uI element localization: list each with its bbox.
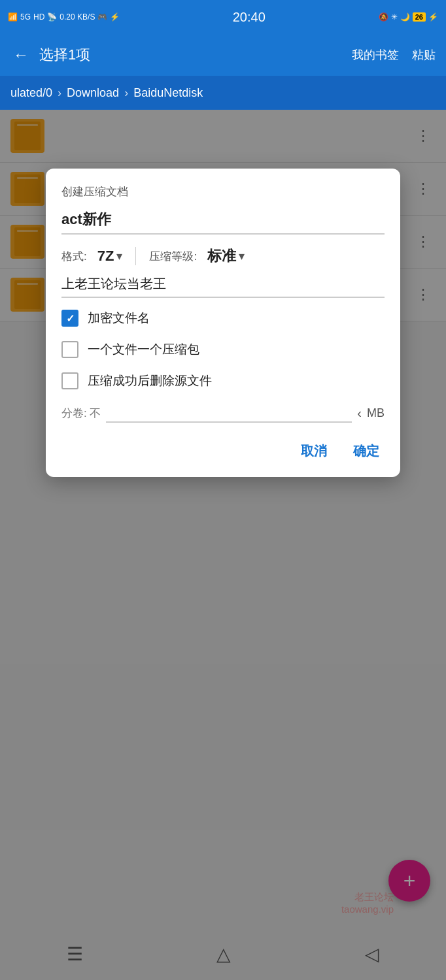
confirm-button[interactable]: 确定 [348,438,385,464]
split-decrease-icon[interactable]: ‹ [357,406,362,421]
charging-icon: ⚡ [428,12,438,22]
top-bar-actions: 我的书签 粘贴 [352,47,436,63]
cancel-button[interactable]: 取消 [296,438,332,464]
status-bar: 📶 5G HD 📡 0.20 KB/S 🎮 ⚡ 20:40 🔕 ✳ 🌙 26 ⚡ [0,0,446,34]
encrypt-filename-label: 加密文件名 [88,310,150,327]
back-button[interactable]: ← [10,43,31,67]
one-file-per-archive-row[interactable]: 一个文件一个压缩包 [61,341,385,358]
breadcrumb-part3[interactable]: BaiduNetdisk [133,86,203,100]
split-unit: MB [367,406,385,420]
dialog-title: 创建压缩文档 [61,184,385,199]
top-bar: ← 选择1项 我的书签 粘贴 [0,34,446,76]
password-input[interactable] [61,276,385,298]
split-volume-input[interactable] [106,404,352,423]
level-value: 标准 [207,246,236,266]
bluetooth-icon: ✳ [391,12,398,22]
delete-source-row[interactable]: 压缩成功后删除源文件 [61,372,385,389]
format-select[interactable]: 7Z ▾ [97,248,123,265]
encrypt-filename-row[interactable]: 加密文件名 [61,310,385,327]
format-row: 格式: 7Z ▾ 压缩等级: 标准 ▾ [61,246,385,266]
delete-source-checkbox[interactable] [61,372,78,389]
level-arrow-icon: ▾ [239,249,245,263]
archive-filename-input[interactable] [61,211,385,235]
bookmark-button[interactable]: 我的书签 [352,47,399,63]
breadcrumb: ulated/0 › Download › BaiduNetdisk [0,76,446,110]
status-time: 20:40 [233,10,266,25]
data-speed: 0.20 KB/S [60,12,95,22]
one-file-per-archive-label: 一个文件一个压缩包 [88,341,199,358]
breadcrumb-part2[interactable]: Download [67,86,119,100]
paste-button[interactable]: 粘贴 [412,47,436,63]
encrypt-filename-checkbox[interactable] [61,310,78,327]
split-volume-row: 分卷: 不 ‹ MB [61,404,385,423]
breadcrumb-part1[interactable]: ulated/0 [10,86,52,100]
status-right: 🔕 ✳ 🌙 26 ⚡ [379,12,438,22]
create-archive-dialog: 创建压缩文档 格式: 7Z ▾ 压缩等级: 标准 ▾ 加密文件名 一个文件一个压… [46,169,400,477]
hd-badge: HD [33,12,44,22]
signal-icon: 📶 [8,12,18,22]
format-value: 7Z [97,248,114,265]
format-arrow-icon: ▾ [116,249,122,263]
breadcrumb-chevron2: › [124,86,128,100]
page-title: 选择1项 [39,45,344,65]
wifi-icon: 📡 [47,12,57,22]
level-select[interactable]: 标准 ▾ [207,246,245,266]
one-file-per-archive-checkbox[interactable] [61,341,78,358]
battery-level: 26 [413,12,426,22]
delete-source-label: 压缩成功后删除源文件 [88,372,212,389]
status-left: 📶 5G HD 📡 0.20 KB/S 🎮 ⚡ [8,12,120,22]
level-label: 压缩等级: [149,249,197,264]
moon-icon: 🌙 [400,12,410,22]
dialog-buttons: 取消 确定 [61,438,385,464]
breadcrumb-chevron1: › [58,86,61,100]
notification-icon: 🔕 [379,12,388,22]
divider [135,247,136,265]
signal-type: 5G [20,12,31,22]
app-icons: 🎮 ⚡ [97,12,119,22]
split-label: 分卷: 不 [61,406,101,421]
format-label: 格式: [61,249,87,264]
